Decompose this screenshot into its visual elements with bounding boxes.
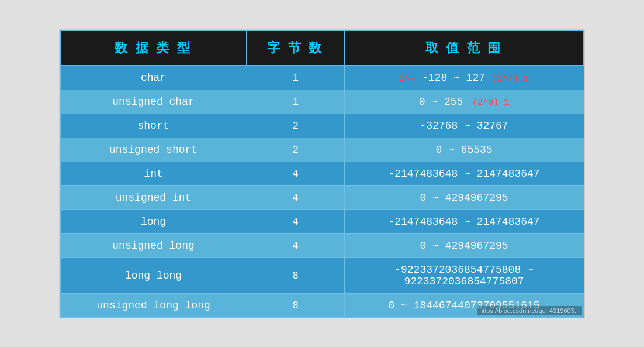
table-row: short2-32768 ~ 32767 [60,114,584,138]
table-row: unsigned long40 ~ 4294967295 [60,233,584,257]
cell-bytes: 4 [247,233,344,257]
cell-bytes: 4 [247,185,344,209]
cell-bytes: 1 [247,90,344,114]
watermark-text: https://blog.csdn.net/qq_4319605... [477,306,582,315]
cell-type: short [60,114,247,138]
cell-type: unsigned char [60,90,247,114]
cell-bytes: 2 [247,114,344,138]
cell-type: int [60,162,247,185]
col-header-type: 数 据 类 型 [60,30,247,66]
table-row: unsigned short20 ~ 65535 [60,138,584,162]
cell-type: unsigned long long [60,293,247,317]
table-row: long4-2147483648 ~ 2147483647 [60,209,584,233]
cell-range: 0 ~ 4294967295 [344,185,584,209]
cell-range: 0 ~ 255(2^8) 1 [344,90,584,114]
cell-bytes: 4 [247,209,344,233]
cell-bytes: 8 [247,257,344,293]
cell-type: unsigned int [60,185,247,209]
cell-range: -2147483648 ~ 2147483647 [344,162,584,185]
table-header-row: 数 据 类 型 字 节 数 取 值 范 围 [60,30,584,66]
cell-range: 0 ~ 65535 [344,138,584,162]
cell-bytes: 4 [247,162,344,185]
cell-range: -32768 ~ 32767 [344,114,584,138]
col-header-bytes: 字 节 数 [247,30,344,66]
cell-bytes: 8 [247,293,344,317]
cell-range: 0 ~ 4294967295 [344,233,584,257]
cell-bytes: 1 [247,66,344,90]
table-row: int4-2147483648 ~ 2147483647 [60,162,584,185]
cell-type: unsigned short [60,138,247,162]
table-row: unsigned char10 ~ 255(2^8) 1 [60,90,584,114]
cell-type: long long [60,257,247,293]
main-container: 数 据 类 型 字 节 数 取 值 范 围 char12^7-128 ~ 127… [59,29,585,318]
table-row: long long8-9223372036854775808 ~92233720… [60,257,584,293]
table-row: char12^7-128 ~ 127(2^7) 1 [60,66,584,90]
cell-type: char [60,66,247,90]
cell-type: unsigned long [60,233,247,257]
cell-range: 2^7-128 ~ 127(2^7) 1 [344,66,584,90]
table-row: unsigned int40 ~ 4294967295 [60,185,584,209]
data-type-table: 数 据 类 型 字 节 数 取 值 范 围 char12^7-128 ~ 127… [60,30,584,318]
cell-bytes: 2 [247,138,344,162]
cell-range: -2147483648 ~ 2147483647 [344,209,584,233]
cell-range: -9223372036854775808 ~922337203685477580… [344,257,584,293]
cell-type: long [60,209,247,233]
col-header-range: 取 值 范 围 [344,30,584,66]
